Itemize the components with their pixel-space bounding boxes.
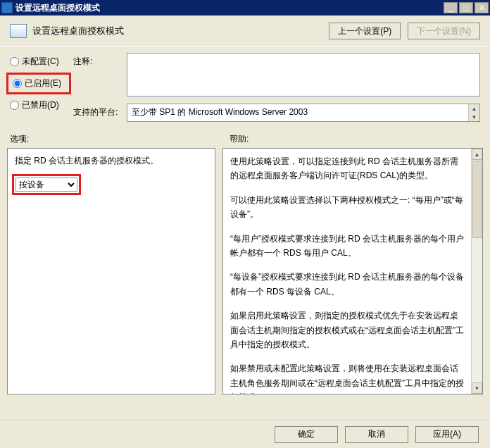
help-p5: 如果启用此策略设置，则指定的授权模式优先于在安装远程桌面会话主机期间指定的授权模… [230, 309, 464, 351]
apply-button[interactable]: 应用(A) [415, 426, 479, 443]
header-title: 设置远程桌面授权模式 [32, 25, 323, 37]
options-intro: 指定 RD 会话主机服务器的授权模式。 [15, 154, 208, 168]
scroll-down-icon[interactable]: ▼ [469, 113, 479, 121]
platform-value: 至少带 SP1 的 Microsoft Windows Server 2003 [132, 107, 308, 117]
scroll-thumb[interactable] [472, 161, 482, 238]
footer: 确定 取消 应用(A) [0, 420, 490, 448]
separator [0, 46, 490, 47]
highlight-enabled: 已启用(E) [10, 76, 68, 91]
radio-disabled-label: 已禁用(D) [22, 99, 59, 111]
help-pane: 使用此策略设置，可以指定连接到此 RD 会话主机服务器所需的远程桌面服务客户端访… [222, 148, 483, 394]
help-p1: 使用此策略设置，可以指定连接到此 RD 会话主机服务器所需的远程桌面服务客户端访… [230, 154, 464, 183]
highlight-combo: 按设备 按用户 [15, 177, 78, 192]
scroll-up-button[interactable]: ▲ [472, 149, 482, 160]
radio-enabled-input[interactable] [13, 79, 22, 88]
footer-separator [0, 421, 490, 421]
help-p6: 如果禁用或未配置此策略设置，则将使用在安装远程桌面会话主机角色服务期间或在“远程… [230, 361, 464, 394]
window-buttons: _ □ ✕ [444, 2, 489, 13]
licensing-mode-select[interactable]: 按设备 按用户 [15, 178, 77, 192]
platform-label: 支持的平台: [73, 104, 122, 118]
radio-not-configured[interactable]: 未配置(C) [10, 56, 68, 68]
annotation-textarea[interactable] [127, 53, 480, 97]
fields-column: 注释: 支持的平台: 至少带 SP1 的 Microsoft Windows S… [73, 53, 480, 122]
close-button[interactable]: ✕ [475, 2, 489, 13]
window-title: 设置远程桌面授权模式 [15, 2, 444, 14]
state-radio-group: 未配置(C) 已启用(E) 已禁用(D) [10, 53, 68, 122]
help-label: 帮助: [230, 133, 249, 145]
help-content: 使用此策略设置，可以指定连接到此 RD 会话主机服务器所需的远程桌面服务客户端访… [223, 149, 471, 394]
annotation-row: 注释: [73, 53, 480, 97]
panes: 指定 RD 会话主机服务器的授权模式。 按设备 按用户 使用此策略设置，可以指定… [0, 148, 490, 394]
app-icon [1, 2, 13, 13]
ok-button[interactable]: 确定 [275, 426, 338, 443]
annotation-label: 注释: [73, 53, 122, 68]
radio-not-configured-label: 未配置(C) [22, 56, 59, 68]
section-labels: 选项: 帮助: [0, 122, 490, 148]
platform-row: 支持的平台: 至少带 SP1 的 Microsoft Windows Serve… [73, 104, 480, 122]
cancel-button[interactable]: 取消 [345, 426, 408, 443]
config-area: 未配置(C) 已启用(E) 已禁用(D) 注释: 支持的平台: 至少带 SP1 … [0, 53, 490, 122]
platform-scrollbar[interactable]: ▲ ▼ [468, 104, 479, 121]
radio-disabled-input[interactable] [10, 101, 19, 110]
radio-not-configured-input[interactable] [10, 57, 19, 66]
scroll-down-button[interactable]: ▼ [472, 382, 482, 394]
policy-icon [10, 24, 27, 38]
radio-enabled[interactable]: 已启用(E) [13, 77, 65, 89]
help-p3: “每用户”授权模式要求连接到此 RD 会话主机服务器的每个用户帐户都有一个 RD… [230, 232, 464, 261]
previous-setting-button[interactable]: 上一个设置(P) [329, 23, 401, 39]
options-pane: 指定 RD 会话主机服务器的授权模式。 按设备 按用户 [7, 148, 215, 394]
maximize-button[interactable]: □ [459, 2, 473, 13]
options-label: 选项: [10, 133, 230, 145]
help-p4: “每设备”授权模式要求连接到此 RD 会话主机服务器的每个设备都有一个 RDS … [230, 270, 464, 299]
help-p2: 可以使用此策略设置选择以下两种授权模式之一: “每用户”或“每设备”。 [230, 193, 464, 222]
next-setting-button: 下一个设置(N) [408, 23, 480, 39]
radio-enabled-label: 已启用(E) [25, 77, 61, 89]
scroll-up-icon[interactable]: ▲ [469, 104, 479, 113]
header-row: 设置远程桌面授权模式 上一个设置(P) 下一个设置(N) [0, 15, 490, 44]
title-bar: 设置远程桌面授权模式 _ □ ✕ [0, 0, 490, 15]
minimize-button[interactable]: _ [444, 2, 458, 13]
radio-disabled[interactable]: 已禁用(D) [10, 99, 68, 111]
help-scrollbar[interactable]: ▲ ▼ [471, 149, 482, 394]
platform-box: 至少带 SP1 的 Microsoft Windows Server 2003 … [127, 104, 480, 122]
